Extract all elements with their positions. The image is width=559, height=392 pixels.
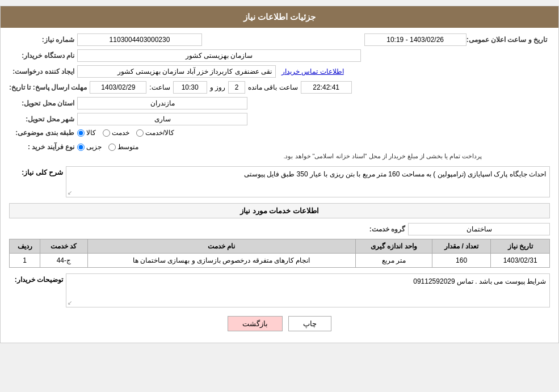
process-description: پرداخت تمام یا بخشی از مبلغ خریدار از مح…	[283, 153, 550, 160]
khedmat-label: خدمت	[112, 129, 129, 137]
cell-service-name: انجام کارهای متفرقه درخصوص بازسازی و بهس…	[87, 254, 355, 268]
radio-jozii[interactable]	[77, 144, 85, 151]
province-value: مازندران	[77, 97, 247, 109]
service-group-value: ساختمان	[408, 223, 550, 235]
city-label: شهر محل تحویل:	[9, 115, 77, 123]
time-label: ساعت:	[146, 83, 173, 91]
need-description-label: شرح کلی نیاز:	[9, 166, 66, 176]
service-info-title: اطلاعات خدمات مورد نیاز	[9, 203, 550, 218]
days-label: روز و	[207, 83, 228, 91]
kala-label: کالا	[86, 129, 96, 137]
buyer-org-value: سازمان بهزیستی کشور	[77, 49, 361, 62]
response-date: 1403/02/29	[90, 81, 146, 94]
cell-quantity: 160	[432, 254, 491, 268]
jozii-label: جزیی	[86, 143, 102, 151]
back-button[interactable]: بازگشت	[228, 316, 283, 331]
city-value: ساری	[77, 113, 247, 125]
cell-row-num: 1	[10, 254, 40, 268]
col-service-code: کد خدمت	[40, 239, 88, 254]
creator-label: ایجاد کننده درخواست:	[9, 68, 77, 75]
print-button[interactable]: چاپ	[288, 316, 331, 331]
col-quantity: تعداد / مقدار	[432, 239, 491, 254]
category-label: طبقه بندی موضوعی:	[9, 129, 77, 137]
contact-link[interactable]: اطلاعات تماس خریدار	[281, 68, 344, 75]
col-service-name: نام خدمت	[87, 239, 355, 254]
radio-motavaset[interactable]	[108, 144, 116, 151]
col-need-date: تاریخ نیاز	[491, 239, 550, 254]
service-group-label: گروه خدمت:	[340, 225, 408, 233]
announcement-date-value: 1403/02/26 - 10:19	[364, 33, 466, 46]
buyer-desc-value: شرایط پیوست می باشد . تماس 09112592029	[413, 277, 546, 285]
province-label: استان محل تحویل:	[9, 99, 77, 107]
radio-kala-khedmat[interactable]	[136, 129, 144, 137]
need-number-label: شماره نیاز:	[9, 36, 77, 44]
process-jozii-option[interactable]: جزیی	[77, 143, 102, 151]
services-table: تاریخ نیاز تعداد / مقدار واحد اندازه گیر…	[9, 239, 550, 268]
remaining-label: ساعت باقی مانده	[245, 83, 301, 91]
button-row: چاپ بازگشت	[9, 316, 550, 331]
response-time: 10:30	[173, 81, 207, 94]
category-kala-option[interactable]: کالا	[77, 129, 96, 137]
category-khedmat-option[interactable]: خدمت	[103, 129, 129, 137]
radio-kala[interactable]	[77, 129, 85, 137]
creator-value: نقی عضنفری کاربرداز خزر آباد سازمان بهزی…	[77, 65, 276, 78]
need-number-value: 1103004403000230	[77, 33, 202, 46]
col-unit: واحد اندازه گیری	[355, 239, 432, 254]
cell-need-date: 1403/02/31	[491, 254, 550, 268]
buyer-org-label: نام دستگاه خریدار:	[9, 52, 77, 60]
process-type-label: نوع فرآیند خرید :	[9, 143, 77, 151]
announcement-date-label: تاریخ و ساعت اعلان عمومی:	[466, 36, 550, 44]
page-title: جزئیات اطلاعات نیاز	[1, 6, 558, 28]
table-row: 1403/02/31 160 متر مربع انجام کارهای متف…	[10, 254, 550, 268]
need-description-value: احداث جایگاه پارک اسپایازی (ترامپولین ) …	[244, 170, 546, 178]
need-description-box: احداث جایگاه پارک اسپایازی (ترامپولین ) …	[66, 166, 550, 197]
cell-unit: متر مربع	[355, 254, 432, 268]
motavaset-label: متوسط	[117, 143, 138, 151]
category-kala-khedmat-option[interactable]: کالا/خدمت	[136, 129, 174, 137]
radio-khedmat[interactable]	[103, 129, 110, 137]
cell-service-code: ج-44	[40, 254, 88, 268]
response-days: 2	[228, 81, 245, 94]
buyer-desc-box: شرایط پیوست می باشد . تماس 09112592029 ↙	[66, 273, 550, 307]
resize-icon-2: ↙	[68, 300, 72, 306]
response-deadline-label: مهلت ارسال پاسخ: تا تاریخ:	[9, 83, 90, 91]
buyer-desc-label: توضیحات خریدار:	[9, 273, 66, 284]
process-motavaset-option[interactable]: متوسط	[108, 143, 138, 151]
resize-icon: ↙	[68, 189, 72, 196]
col-row-num: ردیف	[10, 239, 40, 254]
response-remaining: 22:42:41	[301, 81, 352, 94]
kala-khedmat-label: کالا/خدمت	[145, 129, 174, 137]
